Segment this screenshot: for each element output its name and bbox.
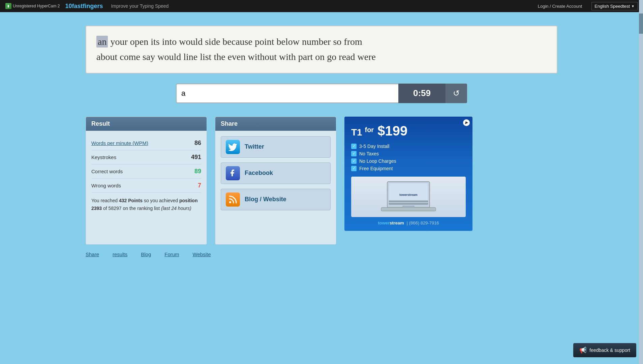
typing-input[interactable] [176, 84, 398, 103]
ad-title: T1 for $199 [351, 123, 466, 138]
hypercam-label: ▮ Unregistered HyperCam 2 [5, 3, 60, 9]
hypercam-text: Unregistered HyperCam 2 [13, 4, 60, 8]
ad-feature-2: ✓No Taxes [351, 151, 466, 156]
bottom-nav-website[interactable]: Website [193, 251, 211, 257]
result-panel: Result Words per minute (WPM) 86 Keystro… [86, 117, 207, 245]
bottom-nav-blog[interactable]: Blog [141, 251, 151, 257]
result-row-keystrokes: Keystrokes 491 [91, 150, 201, 164]
keystrokes-value: 491 [191, 154, 201, 161]
result-body: Words per minute (WPM) 86 Keystrokes 491… [86, 131, 207, 218]
bottom-nav-share[interactable]: Share [86, 251, 99, 257]
megaphone-icon: 📢 [579, 346, 587, 354]
svg-point-0 [229, 201, 231, 203]
blog-label: Blog / Website [245, 196, 286, 203]
twitter-icon [226, 140, 240, 154]
check-icon-2: ✓ [351, 151, 357, 156]
correct-words-label: Correct words [91, 169, 123, 174]
bottom-nav: Share results Blog Forum Website [86, 251, 557, 264]
points-text-3: of 58297 on the ranking list [102, 206, 161, 211]
typing-text-display: an your open its into would side because… [86, 26, 557, 73]
rss-icon [226, 192, 240, 207]
text-line-1: an your open its into would side because… [96, 34, 547, 50]
ad-badge: ▶ [463, 119, 470, 126]
bottom-nav-forum[interactable]: Forum [164, 251, 179, 257]
current-word: an [96, 36, 108, 48]
site-name-part2: fastfingers [72, 3, 103, 9]
facebook-icon [226, 166, 240, 180]
ad-footer: towerstream | (866) 829-7916 [351, 220, 466, 225]
ad-t1: T1 [351, 127, 365, 138]
ad-feature-3: ✓No Loop Charges [351, 158, 466, 164]
check-icon-4: ✓ [351, 166, 357, 171]
tagline: Improve your Typing Speed [111, 3, 169, 9]
scrollbar-thumb[interactable] [639, 13, 643, 34]
login-button[interactable]: Login / Create Account [534, 2, 586, 10]
input-row: 0:59 ↺ [86, 84, 557, 103]
chevron-down-icon: ▼ [631, 4, 635, 8]
check-icon-1: ✓ [351, 144, 357, 149]
wrong-words-value: 7 [198, 182, 201, 189]
feedback-button[interactable]: 📢 feedback & support [573, 343, 636, 357]
points-text-1: You reached [91, 198, 119, 203]
text-line1-rest: your open its into would side because po… [108, 36, 362, 47]
wrong-words-label: Wrong words [91, 183, 121, 188]
keystrokes-label: Keystrokes [91, 154, 116, 160]
site-name-part1: 10 [65, 3, 72, 9]
reset-button[interactable]: ↺ [446, 84, 467, 103]
svg-rect-6 [402, 206, 415, 207]
svg-rect-5 [389, 203, 428, 205]
result-header: Result [86, 117, 207, 131]
points-italic: (last 24 hours) [161, 206, 191, 211]
correct-words-value: 89 [194, 168, 201, 175]
feedback-label: feedback & support [589, 347, 630, 353]
svg-text:towerstream: towerstream [399, 193, 418, 196]
svg-rect-4 [389, 200, 428, 202]
wpm-value: 86 [194, 140, 201, 147]
points-text-2: so you achieved [143, 198, 179, 203]
share-body: Twitter Facebook [215, 131, 336, 216]
language-label: English Speedtest [594, 4, 630, 9]
reset-icon: ↺ [453, 89, 460, 98]
svg-rect-3 [381, 207, 436, 211]
ad-features: ✓3-5 Day Install ✓No Taxes ✓No Loop Char… [351, 144, 466, 171]
ad-laptop-image: towerstream [351, 177, 466, 217]
share-panel: Share Twitter [215, 117, 336, 245]
bottom-nav-results[interactable]: results [113, 251, 127, 257]
result-row-wrong: Wrong words 7 [91, 179, 201, 193]
text-line-2: about come say would line list the even … [96, 50, 547, 65]
result-row-wpm: Words per minute (WPM) 86 [91, 136, 201, 150]
twitter-label: Twitter [245, 143, 264, 150]
wpm-label[interactable]: Words per minute (WPM) [91, 140, 148, 146]
site-logo[interactable]: 10fastfingers [65, 3, 103, 10]
points-bold: 432 Points [119, 198, 143, 203]
scrollbar[interactable] [639, 0, 643, 364]
topbar: ▮ Unregistered HyperCam 2 10fastfingers … [0, 0, 643, 12]
ad-feature-4: ✓Free Equipment [351, 166, 466, 171]
ad-feature-1: ✓3-5 Day Install [351, 144, 466, 149]
blog-share-button[interactable]: Blog / Website [221, 189, 331, 210]
hypercam-icon: ▮ [5, 3, 11, 9]
ad-price: $199 [374, 123, 407, 138]
facebook-share-button[interactable]: Facebook [221, 162, 331, 184]
language-selector[interactable]: English Speedtest ▼ [591, 2, 638, 10]
bottom-section: Result Words per minute (WPM) 86 Keystro… [86, 117, 557, 245]
ad-panel: ▶ T1 for $199 ✓3-5 Day Install ✓No Taxes… [344, 117, 472, 231]
ad-for: for [365, 126, 374, 133]
check-icon-3: ✓ [351, 158, 357, 164]
facebook-label: Facebook [245, 170, 273, 177]
ad-phone: | (866) 829-7916 [407, 220, 439, 225]
share-header: Share [215, 117, 336, 131]
result-row-correct: Correct words 89 [91, 164, 201, 179]
towerstream-logo: towerstream [378, 220, 404, 225]
result-points: You reached 432 Points so you achieved p… [91, 197, 201, 213]
timer-display: 0:59 [398, 84, 446, 103]
twitter-share-button[interactable]: Twitter [221, 136, 331, 158]
